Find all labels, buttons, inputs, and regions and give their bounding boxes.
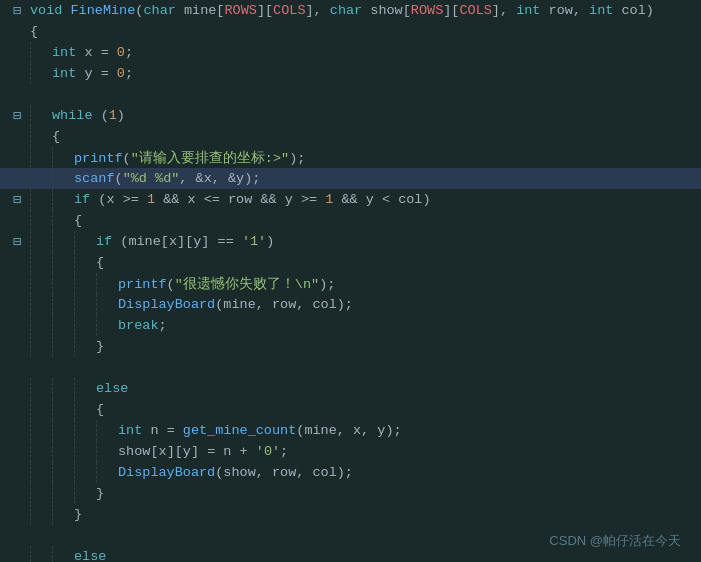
token-plain: mine <box>128 234 160 249</box>
code-line: ⊟int x = 0; <box>0 42 701 63</box>
fold-icon[interactable]: ⊟ <box>13 2 21 19</box>
indent-guide <box>52 189 74 210</box>
line-content: printf("请输入要排查的坐标:>"); <box>74 149 701 167</box>
indent-guide <box>52 336 74 357</box>
indent-guide <box>52 483 74 504</box>
code-line: ⊟while (1) <box>0 105 701 126</box>
token-plain: show <box>362 3 403 18</box>
indent-guide <box>30 420 52 441</box>
code-line: ⊟} <box>0 504 701 525</box>
line-content: printf("很遗憾你失败了！\n"); <box>118 275 701 293</box>
token-punct: ); <box>319 277 335 292</box>
indent-guide <box>96 420 118 441</box>
token-op: && <box>163 192 179 207</box>
token-plain: col <box>613 3 645 18</box>
token-punct: ( <box>115 171 123 186</box>
token-kw: int <box>118 423 142 438</box>
token-punct: ) <box>646 3 654 18</box>
indent-guide <box>30 126 52 147</box>
token-kw: else <box>74 549 106 562</box>
token-plain: show <box>118 444 150 459</box>
indent-guide <box>52 210 74 231</box>
token-punct: [ <box>403 3 411 18</box>
fold-icon[interactable]: ⊟ <box>13 107 21 124</box>
code-line: ⊟{ <box>0 21 701 42</box>
gutter: ⊟ <box>8 360 26 375</box>
indent-guide <box>74 441 96 462</box>
token-plain: y <box>236 171 244 186</box>
code-line: ⊟int n = get_mine_count(mine, x, y); <box>0 420 701 441</box>
indent-guide <box>52 378 74 399</box>
indent-guide <box>30 315 52 336</box>
indent-guide <box>30 273 52 294</box>
indent-guide <box>74 336 96 357</box>
token-kw: while <box>52 108 93 123</box>
indent-space <box>30 168 74 189</box>
indent-space <box>30 42 52 63</box>
code-line: ⊟break; <box>0 315 701 336</box>
line-content: int n = get_mine_count(mine, x, y); <box>118 423 701 438</box>
indent-space <box>30 294 118 315</box>
token-str: "请输入要排查的坐标:>" <box>131 151 289 166</box>
gutter: ⊟ <box>8 107 26 124</box>
token-plain: y <box>277 192 301 207</box>
token-op: && <box>260 192 276 207</box>
token-punct: ) <box>117 108 125 123</box>
line-content: { <box>96 402 701 417</box>
indent-space <box>30 63 52 84</box>
line-content: break; <box>118 318 701 333</box>
token-punct: , <box>361 423 377 438</box>
line-content: void FineMine(char mine[ROWS][COLS], cha… <box>30 3 701 18</box>
indent-guide <box>30 336 52 357</box>
token-op: + <box>240 444 248 459</box>
token-punct: { <box>52 129 60 144</box>
fold-icon[interactable]: ⊟ <box>13 191 21 208</box>
indent-guide <box>30 462 52 483</box>
indent-guide <box>74 462 96 483</box>
token-op: & <box>196 171 204 186</box>
indent-guide <box>74 483 96 504</box>
line-content: scanf("%d %d", &x, &y); <box>74 171 701 186</box>
indent-space <box>30 147 74 168</box>
indent-guide <box>74 231 96 252</box>
indent-guide <box>30 42 52 63</box>
indent-guide <box>96 315 118 336</box>
indent-guide <box>74 273 96 294</box>
gutter: ⊟ <box>8 87 26 102</box>
token-fn: FineMine <box>71 3 136 18</box>
token-punct: ][ <box>177 234 193 249</box>
gutter: ⊟ <box>8 528 26 543</box>
token-plain <box>317 192 325 207</box>
token-punct: , <box>179 171 195 186</box>
gutter: ⊟ <box>8 486 26 501</box>
code-line: ⊟ <box>0 357 701 378</box>
indent-space <box>30 483 96 504</box>
token-plain: show <box>223 465 255 480</box>
token-plain: row <box>540 3 572 18</box>
token-punct: ] <box>191 444 207 459</box>
code-line: ⊟if (mine[x][y] == '1') <box>0 231 701 252</box>
indent-guide <box>52 399 74 420</box>
indent-guide <box>52 315 74 336</box>
token-punct: ) <box>422 192 430 207</box>
token-punct: ; <box>159 318 167 333</box>
token-plain: x <box>204 171 212 186</box>
code-line: ⊟void FineMine(char mine[ROWS][COLS], ch… <box>0 0 701 21</box>
indent-space <box>30 462 118 483</box>
token-plain: mine <box>223 297 255 312</box>
gutter: ⊟ <box>8 129 26 144</box>
token-plain: y <box>76 66 100 81</box>
indent-guide <box>96 462 118 483</box>
fold-icon[interactable]: ⊟ <box>13 233 21 250</box>
token-punct: ; <box>125 45 133 60</box>
code-line: ⊟DisplayBoard(mine, row, col); <box>0 294 701 315</box>
token-punct: ][ <box>257 3 273 18</box>
token-punct: { <box>30 24 38 39</box>
token-num: 0 <box>117 45 125 60</box>
indent-space <box>30 315 118 336</box>
gutter: ⊟ <box>8 318 26 333</box>
line-content: { <box>96 255 701 270</box>
indent-guide <box>74 294 96 315</box>
token-plain <box>109 45 117 60</box>
token-kw: int <box>516 3 540 18</box>
